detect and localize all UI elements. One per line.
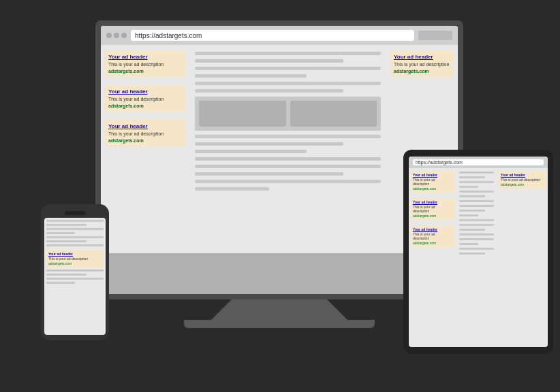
t-line-18 (459, 252, 485, 255)
desktop-url-bar[interactable]: https://adstargets.com (131, 30, 414, 41)
desktop-ad-desc-1: This is your ad description (108, 61, 182, 67)
content-line-1 (195, 52, 381, 55)
m-line-5 (46, 236, 104, 238)
content-line-14 (195, 187, 269, 191)
t-line-13 (459, 229, 485, 231)
tablet-right-ad-header[interactable]: Your ad header (501, 173, 544, 177)
t-line-3 (459, 181, 494, 183)
tablet-left-ad-url-3[interactable]: adstargets.com (413, 241, 452, 245)
content-line-8 (195, 142, 343, 146)
tablet-right-sidebar: Your ad header This is your ad descripti… (497, 168, 548, 347)
content-line-4 (195, 74, 307, 78)
m-line-8 (46, 270, 104, 272)
tablet-browser-bar: https://adstargets.com (409, 157, 548, 168)
t-line-5 (459, 191, 494, 193)
tablet-left-ad-header-1[interactable]: Your ad header (413, 173, 452, 177)
tablet-page: Your ad header This is your ad descripti… (409, 168, 548, 347)
tablet-right-ad: Your ad header This is your ad descripti… (499, 171, 546, 189)
tablet-right-ad-desc: This is your ad description (501, 178, 544, 182)
mobile-ad-header[interactable]: Your ad header (48, 252, 102, 256)
m-line-3 (46, 228, 104, 230)
tablet-device: https://adstargets.com Your ad header Th… (403, 150, 553, 354)
t-line-10 (459, 214, 478, 216)
m-line-7 (46, 244, 104, 246)
tablet-left-ad-header-2[interactable]: Your ad header (413, 200, 452, 204)
desktop-right-ad-url[interactable]: adstargets.com (394, 69, 450, 74)
t-line-1 (459, 172, 494, 174)
tablet-left-ad-url-1[interactable]: adstargets.com (413, 186, 452, 191)
tablet-left-ad-1: Your ad header This is your ad descripti… (411, 171, 454, 193)
desktop-ad-card-3: Your ad header This is your ad descripti… (105, 120, 185, 146)
m-line-2 (46, 224, 87, 226)
tablet-left-ad-header-3[interactable]: Your ad header (413, 227, 452, 231)
tablet-screen: https://adstargets.com Your ad header Th… (409, 157, 548, 347)
monitor-stand (211, 299, 347, 320)
desktop-ad-card-2: Your ad header This is your ad descripti… (105, 85, 185, 112)
mobile-notch (65, 211, 85, 215)
m-line-6 (46, 240, 87, 242)
content-line-10 (195, 157, 381, 161)
t-line-16 (459, 243, 478, 245)
mobile-content-area: Your ad header This is your ad descripti… (44, 218, 106, 335)
t-line-8 (459, 205, 494, 207)
content-line-2 (195, 59, 343, 63)
mobile-ad-url[interactable]: adstargets.com (48, 261, 102, 265)
desktop-ad-header-2[interactable]: Your ad header (108, 88, 182, 95)
content-line-3 (195, 67, 381, 70)
tablet-left-ad-desc-3: This is your ad description (413, 232, 452, 240)
mobile-page: Your ad header This is your ad descripti… (44, 218, 106, 335)
tablet-left-ad-3: Your ad header This is your ad descripti… (411, 225, 454, 247)
desktop-ad-desc-3: This is your ad description (108, 131, 182, 137)
t-line-7 (459, 200, 494, 202)
browser-dot-3 (121, 33, 127, 38)
t-line-9 (459, 210, 485, 212)
content-img-inner-2 (290, 101, 377, 127)
content-line-5 (195, 82, 381, 85)
desktop-ad-header-1[interactable]: Your ad header (108, 54, 182, 60)
t-line-17 (459, 248, 494, 250)
tablet-left-ad-desc-2: This is your ad description (413, 205, 452, 213)
m-line-10 (46, 278, 104, 280)
desktop-ad-desc-2: This is your ad description (108, 96, 182, 102)
content-line-13 (195, 180, 381, 183)
t-line-4 (459, 186, 478, 188)
desktop-ad-url-2[interactable]: adstargets.com (108, 103, 182, 108)
t-line-12 (459, 224, 494, 226)
tablet-left-ad-desc-1: This is your ad description (413, 178, 452, 186)
t-line-6 (459, 195, 485, 197)
desktop-main-content (189, 45, 386, 253)
m-line-9 (46, 274, 87, 276)
tablet-url-bar[interactable]: https://adstargets.com (413, 159, 544, 165)
content-line-12 (195, 172, 343, 176)
mobile-device: Your ad header This is your ad descripti… (41, 204, 109, 340)
content-line-7 (195, 135, 381, 138)
content-line-11 (195, 165, 381, 168)
mobile-ad-desc: This is your ad description (48, 257, 102, 261)
tablet-left-ad-2: Your ad header This is your ad descripti… (411, 198, 454, 220)
desktop-ad-card-1: Your ad header This is your ad descripti… (105, 50, 185, 77)
tablet-main-content (456, 168, 497, 347)
browser-dots (106, 33, 127, 38)
t-line-2 (459, 176, 485, 178)
t-line-14 (459, 233, 494, 235)
m-line-11 (46, 282, 75, 284)
tablet-right-ad-url[interactable]: adstargets.com (501, 182, 544, 186)
m-line-1 (46, 220, 104, 222)
desktop-left-sidebar: Your ad header This is your ad descripti… (101, 45, 189, 253)
m-line-4 (46, 232, 75, 234)
monitor-base (184, 320, 375, 328)
tablet-left-ad-url-2[interactable]: adstargets.com (413, 214, 452, 218)
desktop-ad-url-3[interactable]: adstargets.com (108, 138, 182, 143)
mobile-ad-card: Your ad header This is your ad descripti… (46, 250, 104, 267)
mobile-outer: Your ad header This is your ad descripti… (41, 204, 109, 340)
desktop-browser-bar: https://adstargets.com (101, 26, 458, 45)
mobile-screen: Your ad header This is your ad descripti… (44, 218, 106, 335)
content-line-9 (195, 150, 307, 153)
desktop-right-ad-header[interactable]: Your ad header (394, 54, 450, 60)
browser-dot-2 (114, 33, 119, 38)
tablet-left-sidebar: Your ad header This is your ad descripti… (409, 168, 456, 347)
t-line-11 (459, 219, 494, 221)
desktop-ad-url-1[interactable]: adstargets.com (108, 69, 182, 74)
browser-dot-1 (106, 33, 112, 38)
desktop-ad-header-3[interactable]: Your ad header (108, 123, 182, 129)
